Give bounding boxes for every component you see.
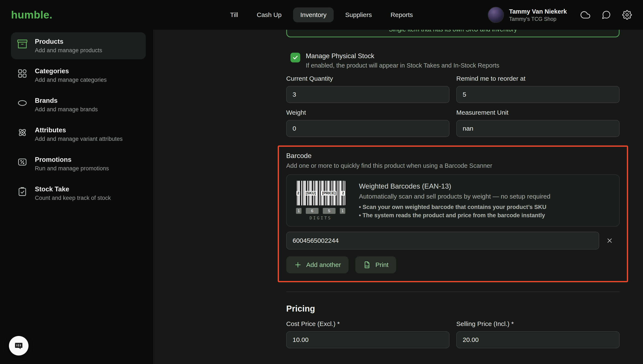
weighted-barcode-title: Weighted Barcodes (EAN-13) [359, 182, 610, 190]
plus-icon [294, 261, 302, 269]
measurement-unit-input[interactable] [456, 120, 620, 137]
sidebar-item-attributes[interactable]: Attributes Add and manage variant attrib… [11, 121, 146, 148]
weighted-barcode-info-card: 2 [SKU] [PRICE] 2 1 6 5 1 DIGITS [286, 174, 620, 226]
topbar: humble. Till Cash Up Inventory Suppliers… [0, 0, 643, 30]
sidebar-item-title: Promotions [35, 156, 109, 164]
field-measurement-unit: Measurement Unit [456, 109, 620, 137]
cost-price-label: Cost Price (Excl.) * [286, 320, 450, 328]
sidebar-item-subtitle: Add and manage categories [35, 77, 107, 83]
barcode-input-row [286, 232, 620, 250]
sidebar-item-categories[interactable]: Categories Add and manage categories [11, 62, 146, 89]
products-box-icon [17, 39, 28, 50]
reorder-at-input[interactable] [456, 86, 620, 103]
weighted-barcode-bullet: The system reads the product and price f… [359, 212, 610, 219]
measurement-unit-label: Measurement Unit [456, 109, 620, 116]
manage-stock-description: If enabled, the product will appear in S… [306, 62, 499, 69]
sidebar-item-subtitle: Add and manage brands [35, 106, 98, 113]
sidebar-item-brands[interactable]: Brands Add and manage brands [11, 91, 146, 118]
sidebar-item-title: Attributes [35, 126, 123, 134]
sidebar-item-products[interactable]: Products Add and manage products [11, 32, 146, 59]
selling-price-input[interactable] [456, 331, 620, 348]
sidebar-item-stock-take[interactable]: Stock Take Count and keep track of stock [11, 180, 146, 207]
field-reorder-at: Remind me to reorder at [456, 75, 620, 103]
print-barcode-button[interactable]: PDF Print [355, 256, 396, 273]
manage-stock-row: Manage Physical Stock If enabled, the pr… [286, 52, 620, 69]
nav-reports[interactable]: Reports [383, 8, 420, 22]
product-type-label: Single item that has its own SKU and inv… [389, 30, 517, 33]
current-quantity-label: Current Quantity [286, 75, 450, 82]
brand-tag-icon [17, 98, 28, 109]
field-cost-price: Cost Price (Excl.) * [286, 320, 450, 348]
nav-cash-up[interactable]: Cash Up [250, 8, 289, 22]
weighted-barcode-subtitle: Automatically scan and sell products by … [359, 193, 610, 200]
barcode-section-title: Barcode [286, 152, 620, 160]
sidebar-item-title: Stock Take [35, 186, 111, 193]
top-navigation: Till Cash Up Inventory Suppliers Reports [223, 8, 420, 22]
user-meta: Tammy Van Niekerk Tammy's TCG Shop [509, 8, 567, 22]
product-form: Single item that has its own SKU and inv… [286, 30, 620, 348]
help-launcher-button[interactable] [9, 336, 29, 356]
sidebar-item-subtitle: Count and keep track of stock [35, 195, 111, 201]
barcode-section-description: Add one or more to quickly find this pro… [286, 162, 620, 169]
sidebar: Products Add and manage products Categor… [0, 30, 154, 364]
product-type-option[interactable]: Single item that has its own SKU and inv… [286, 30, 620, 38]
sidebar-item-promotions[interactable]: Promotions Run and manage promotions [11, 150, 146, 177]
barcode-clear-button[interactable] [605, 236, 614, 245]
settings-button[interactable] [622, 10, 632, 20]
categories-icon [17, 68, 28, 79]
barcode-diagram: 2 [SKU] [PRICE] 2 1 6 5 1 DIGITS [296, 181, 345, 220]
weight-label: Weight [286, 109, 450, 116]
barcode-digit-counts: 1 6 5 1 [296, 208, 345, 214]
chat-bubble-icon [601, 10, 611, 20]
pdf-file-icon: PDF [363, 261, 371, 269]
nav-suppliers[interactable]: Suppliers [338, 8, 379, 22]
field-current-quantity: Current Quantity [286, 75, 450, 103]
current-quantity-input[interactable] [286, 86, 450, 103]
support-chat-button[interactable] [601, 10, 611, 20]
promotions-percent-icon [17, 157, 28, 168]
sidebar-item-subtitle: Run and manage promotions [35, 165, 109, 172]
barcode-section-highlighted: Barcode Add one or more to quickly find … [278, 146, 628, 282]
svg-text:PDF: PDF [365, 265, 369, 267]
barcode-input[interactable] [286, 232, 599, 250]
cloud-icon [580, 10, 590, 20]
gear-icon [622, 10, 632, 20]
field-selling-price: Selling Price (Incl.) * [456, 320, 620, 348]
selling-price-label: Selling Price (Incl.) * [456, 320, 620, 328]
sidebar-item-title: Products [35, 38, 102, 46]
sidebar-item-subtitle: Add and manage variant attributes [35, 136, 123, 142]
weighted-barcode-bullet: Scan your own weighted barcode that cont… [359, 204, 610, 210]
user-chip: Tammy Van Niekerk Tammy's TCG Shop [488, 7, 567, 23]
reorder-at-label: Remind me to reorder at [456, 75, 620, 82]
add-another-barcode-button[interactable]: Add another [286, 256, 348, 273]
sync-status-button[interactable] [580, 10, 590, 20]
brand-logo: humble. [11, 9, 52, 21]
main-panel: Single item that has its own SKU and inv… [154, 30, 643, 364]
close-icon [606, 237, 613, 244]
section-divider [286, 292, 620, 292]
manage-stock-label: Manage Physical Stock [306, 52, 499, 60]
sidebar-item-title: Categories [35, 67, 107, 75]
weight-input[interactable] [286, 120, 450, 137]
user-shop-name: Tammy's TCG Shop [509, 16, 567, 22]
sidebar-item-subtitle: Add and manage products [35, 47, 102, 54]
pricing-section-title: Pricing [286, 304, 620, 314]
barcode-sku-label: [SKU] [305, 191, 317, 196]
avatar[interactable] [488, 7, 504, 23]
intercom-chat-icon [14, 341, 23, 350]
check-icon [292, 54, 298, 60]
sidebar-item-title: Brands [35, 97, 98, 104]
barcode-digits-caption: DIGITS [296, 216, 345, 220]
pricing-fields-grid: Cost Price (Excl.) * Selling Price (Incl… [286, 320, 620, 348]
barcode-stripes-graphic: 2 [SKU] [PRICE] 2 [296, 181, 345, 205]
cost-price-input[interactable] [286, 331, 450, 348]
manage-stock-checkbox[interactable] [290, 53, 300, 62]
stock-take-clipboard-icon [17, 186, 28, 197]
barcode-right-digit: 2 [341, 191, 345, 196]
nav-inventory[interactable]: Inventory [293, 8, 334, 22]
barcode-left-digit: 2 [296, 191, 300, 196]
barcode-actions: Add another PDF Print [286, 256, 620, 273]
topbar-right: Tammy Van Niekerk Tammy's TCG Shop [488, 7, 632, 23]
nav-till[interactable]: Till [223, 8, 245, 22]
user-name: Tammy Van Niekerk [509, 8, 567, 15]
